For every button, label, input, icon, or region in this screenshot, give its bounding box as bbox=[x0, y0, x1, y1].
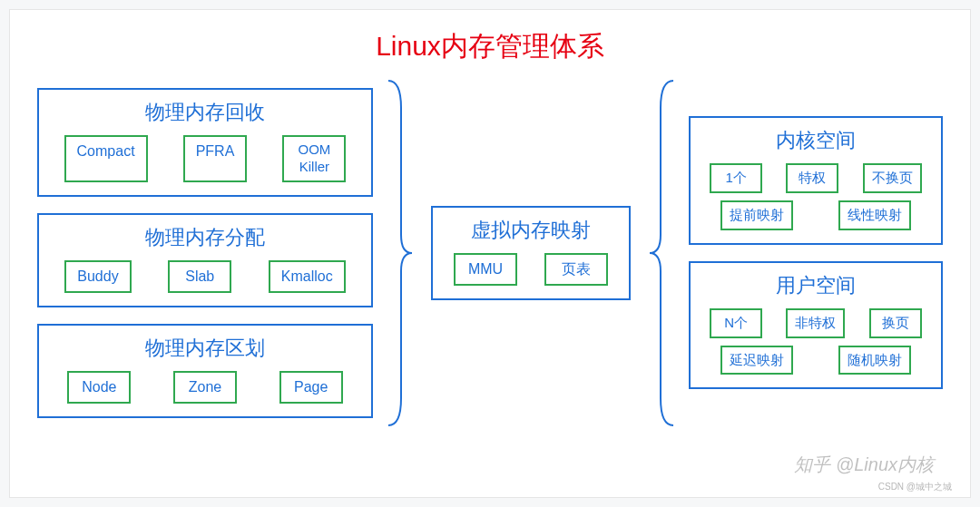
tag-mmu: MMU bbox=[454, 253, 517, 286]
block-user-space: 用户空间 N个 非特权 换页 延迟映射 随机映射 bbox=[689, 261, 943, 390]
tag-page: Page bbox=[279, 371, 343, 404]
watermark: 知乎 @Linux内核 bbox=[794, 453, 934, 477]
diagram-canvas: Linux内存管理体系 物理内存回收 Compact PFRA OOM Kill… bbox=[9, 9, 971, 498]
block-kernel-title: 内核空间 bbox=[701, 127, 930, 154]
block-vmap-title: 虚拟内存映射 bbox=[444, 217, 618, 244]
tag-buddy: Buddy bbox=[64, 260, 131, 293]
mid-column: 虚拟内存映射 MMU 页表 bbox=[431, 206, 631, 300]
tag-slab: Slab bbox=[168, 260, 231, 293]
block-reclaim-title: 物理内存回收 bbox=[50, 99, 360, 126]
tag-k-priv: 特权 bbox=[786, 163, 838, 193]
block-zone-title: 物理内存区划 bbox=[50, 335, 360, 362]
tag-k-nopage: 不换页 bbox=[863, 163, 922, 193]
block-zone-tags: Node Zone Page bbox=[50, 371, 360, 404]
tag-u-lazymap: 延迟映射 bbox=[720, 346, 793, 375]
block-user-tags: N个 非特权 换页 延迟映射 随机映射 bbox=[701, 308, 930, 375]
tag-oom-killer: OOM Killer bbox=[282, 135, 346, 182]
tag-kmalloc: Kmalloc bbox=[269, 260, 346, 293]
block-vmap: 虚拟内存映射 MMU 页表 bbox=[431, 206, 631, 300]
tag-u-randmap: 随机映射 bbox=[838, 346, 911, 375]
block-kernel-space: 内核空间 1个 特权 不换页 提前映射 线性映射 bbox=[689, 116, 943, 245]
block-alloc: 物理内存分配 Buddy Slab Kmalloc bbox=[37, 213, 373, 307]
block-kernel-tags: 1个 特权 不换页 提前映射 线性映射 bbox=[701, 163, 930, 230]
tag-node: Node bbox=[67, 371, 131, 404]
right-column: 内核空间 1个 特权 不换页 提前映射 线性映射 用户空间 N个 非特权 换页 … bbox=[689, 116, 943, 389]
block-reclaim-tags: Compact PFRA OOM Killer bbox=[50, 135, 360, 182]
tag-u-priv: 非特权 bbox=[786, 308, 845, 338]
diagram-title: Linux内存管理体系 bbox=[37, 28, 943, 65]
block-alloc-tags: Buddy Slab Kmalloc bbox=[50, 260, 360, 293]
main-row: 物理内存回收 Compact PFRA OOM Killer 物理内存分配 Bu… bbox=[37, 88, 943, 418]
csdn-watermark: CSDN @城中之城 bbox=[878, 481, 952, 493]
block-zone: 物理内存区划 Node Zone Page bbox=[37, 324, 373, 418]
tag-k-premap: 提前映射 bbox=[720, 200, 793, 230]
tag-pagetable: 页表 bbox=[544, 253, 608, 286]
block-reclaim: 物理内存回收 Compact PFRA OOM Killer bbox=[37, 88, 373, 197]
left-column: 物理内存回收 Compact PFRA OOM Killer 物理内存分配 Bu… bbox=[37, 88, 373, 418]
tag-compact: Compact bbox=[64, 135, 148, 182]
block-user-title: 用户空间 bbox=[701, 272, 930, 299]
tag-k-linear: 线性映射 bbox=[838, 200, 911, 230]
tag-zone: Zone bbox=[173, 371, 237, 404]
tag-u-page: 换页 bbox=[869, 308, 922, 338]
tag-k-count: 1个 bbox=[710, 163, 762, 193]
block-vmap-tags: MMU 页表 bbox=[444, 253, 618, 286]
tag-pfra: PFRA bbox=[183, 135, 248, 182]
block-alloc-title: 物理内存分配 bbox=[50, 224, 360, 251]
tag-u-count: N个 bbox=[710, 308, 762, 338]
